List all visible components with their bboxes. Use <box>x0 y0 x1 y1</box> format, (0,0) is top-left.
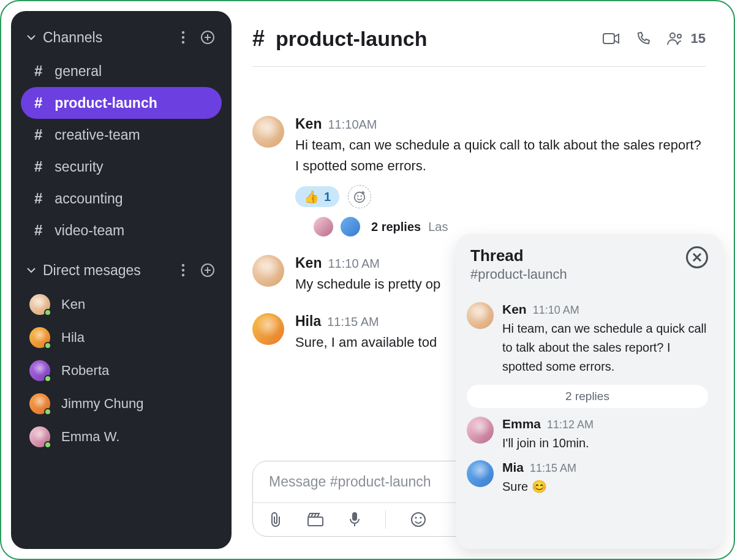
svg-point-10 <box>677 34 681 38</box>
svg-point-18 <box>420 516 421 518</box>
new-dm-button[interactable] <box>198 261 217 279</box>
divider <box>385 510 386 529</box>
message-time: 11:15 AM <box>530 462 576 475</box>
avatar <box>467 460 494 487</box>
channel-label: accounting <box>55 191 123 207</box>
hash-icon: # <box>34 222 42 239</box>
sidebar-item-product-launch[interactable]: #product-launch <box>21 87 222 119</box>
add-channel-button[interactable] <box>198 28 217 47</box>
replies-count: 2 replies <box>371 220 421 234</box>
svg-point-9 <box>670 33 675 38</box>
dm-label: Jimmy Chung <box>61 396 143 412</box>
emoji-button[interactable] <box>410 512 426 528</box>
message-text: Hi team, can we schedule a quick call to… <box>295 135 706 176</box>
author-name: Emma <box>502 417 541 431</box>
clapper-button[interactable] <box>307 512 324 527</box>
dm-item-emma[interactable]: Emma W. <box>21 420 222 453</box>
avatar <box>29 360 50 381</box>
svg-point-12 <box>357 195 358 197</box>
microphone-button[interactable] <box>349 512 361 528</box>
channels-list: #general #product-launch #creative-team … <box>21 55 222 246</box>
avatar <box>467 302 494 329</box>
chevron-down-icon <box>26 265 37 275</box>
avatar <box>252 313 284 345</box>
message-time: 11:12 AM <box>547 418 594 431</box>
dm-item-roberta[interactable]: Roberta <box>21 354 222 387</box>
svg-point-4 <box>182 264 184 267</box>
reaction-thumbs-up[interactable]: 👍 1 <box>295 186 339 207</box>
phone-call-button[interactable] <box>636 31 650 46</box>
channel-label: video-team <box>55 222 124 239</box>
sidebar-item-video-team[interactable]: #video-team <box>21 214 222 246</box>
avatar <box>29 393 50 414</box>
thread-title: Thread <box>470 246 567 265</box>
thread-reply[interactable]: Emma 11:12 AM I'll join in 10min. <box>467 417 708 453</box>
more-icon[interactable] <box>174 28 192 47</box>
svg-rect-14 <box>308 517 323 526</box>
hash-icon: # <box>34 190 42 207</box>
sidebar-item-general[interactable]: #general <box>21 55 222 87</box>
svg-point-0 <box>182 31 184 34</box>
attach-file-button[interactable] <box>269 512 282 528</box>
dm-label: Ken <box>61 297 85 312</box>
hash-icon: # <box>34 158 42 175</box>
message-time: 11:10 AM <box>533 304 579 317</box>
channels-section-header[interactable]: Channels <box>21 25 222 50</box>
more-icon[interactable] <box>174 261 192 279</box>
dm-label: Hila <box>61 330 85 346</box>
dm-label: Direct mesages <box>43 262 168 279</box>
svg-point-2 <box>182 41 184 44</box>
avatar <box>29 327 50 348</box>
thread-reply[interactable]: Mia 11:15 AM Sure 😊 <box>467 460 708 496</box>
reaction-count: 1 <box>324 190 331 204</box>
dm-section-header[interactable]: Direct mesages <box>21 257 222 283</box>
avatar <box>29 294 50 315</box>
svg-rect-15 <box>352 512 357 521</box>
channels-label: Channels <box>43 29 168 46</box>
message-time: 11:15 AM <box>327 315 379 329</box>
sidebar-item-accounting[interactable]: #accounting <box>21 183 222 214</box>
avatar <box>252 116 284 148</box>
message-text: Hi team, can we schedule a quick call to… <box>502 319 708 376</box>
hash-icon: # <box>252 26 265 51</box>
close-thread-button[interactable] <box>686 246 708 268</box>
video-call-button[interactable] <box>603 32 620 45</box>
sidebar: Channels #general #product-launch #creat… <box>11 11 232 549</box>
hash-icon: # <box>34 126 42 143</box>
svg-point-13 <box>361 195 362 197</box>
channel-label: general <box>55 63 102 80</box>
message-time: 11:10 AM <box>328 257 380 271</box>
add-reaction-button[interactable] <box>348 185 371 208</box>
sidebar-item-creative-team[interactable]: #creative-team <box>21 119 222 151</box>
emoji-icon: 👍 <box>304 189 319 204</box>
hash-icon: # <box>34 62 42 80</box>
svg-point-1 <box>182 36 184 39</box>
channel-header: # product-launch 15 <box>252 26 706 67</box>
channel-label: security <box>55 159 103 175</box>
svg-point-16 <box>412 513 425 526</box>
svg-point-17 <box>415 516 417 518</box>
svg-point-5 <box>182 269 184 271</box>
members-button[interactable] <box>666 31 685 46</box>
message[interactable]: Ken 11:10AM Hi team, can we schedule a q… <box>252 116 706 236</box>
last-reply-label: Las <box>428 220 448 234</box>
message-text: Sure 😊 <box>502 477 708 496</box>
channel-label: creative-team <box>55 127 140 143</box>
author-name: Ken <box>295 116 322 132</box>
dm-list: Ken Hila Roberta Jimmy Chung Emma W. <box>21 288 222 453</box>
thread-root-message[interactable]: Ken 11:10 AM Hi team, can we schedule a … <box>467 302 708 376</box>
dm-item-ken[interactable]: Ken <box>21 288 222 321</box>
dm-item-jimmy[interactable]: Jimmy Chung <box>21 387 222 420</box>
svg-rect-8 <box>603 34 614 44</box>
channel-title: product-launch <box>276 27 591 51</box>
dm-item-hila[interactable]: Hila <box>21 321 222 354</box>
svg-point-6 <box>182 274 184 276</box>
avatar <box>252 255 284 287</box>
thread-body: Ken 11:10 AM Hi team, can we schedule a … <box>456 292 723 549</box>
header-actions: 15 <box>603 31 706 47</box>
author-name: Mia <box>502 460 524 475</box>
chevron-down-icon <box>26 32 37 42</box>
avatar <box>29 426 50 447</box>
sidebar-item-security[interactable]: #security <box>21 151 222 183</box>
dm-label: Emma W. <box>61 429 119 445</box>
